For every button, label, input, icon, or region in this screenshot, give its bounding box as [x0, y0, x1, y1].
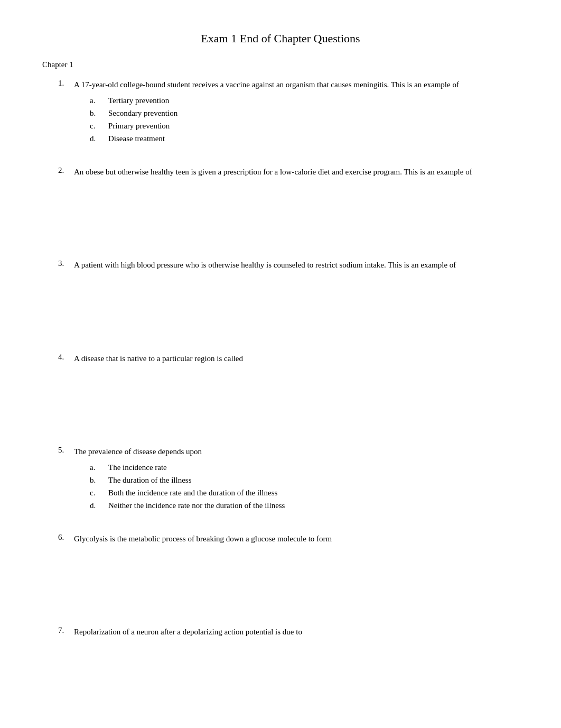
chapter-label: Chapter 1 — [42, 60, 519, 69]
answer-letter: c. — [90, 119, 108, 132]
question-content-5: The prevalence of disease depends upona.… — [74, 446, 519, 529]
answer-item-1-3: c.Primary prevention — [90, 119, 519, 132]
answer-text: Primary prevention — [108, 119, 170, 132]
question-number-4: 4. — [58, 353, 74, 442]
question-item-6: 6.Glycolysis is the metabolic process of… — [42, 533, 519, 622]
question-number-3: 3. — [58, 259, 74, 348]
question-number-5: 5. — [58, 446, 74, 529]
answer-text: Disease treatment — [108, 132, 165, 145]
answer-item-1-4: d.Disease treatment — [90, 132, 519, 145]
answer-letter: c. — [90, 486, 108, 499]
answer-text: The incidence rate — [108, 461, 167, 474]
question-text-7: Repolarization of a neuron after a depol… — [74, 626, 519, 638]
question-item-2: 2.An obese but otherwise healthy teen is… — [42, 166, 519, 255]
answer-item-1-1: a.Tertiary prevention — [90, 94, 519, 107]
question-text-4: A disease that is native to a particular… — [74, 353, 519, 365]
question-text-2: An obese but otherwise healthy teen is g… — [74, 166, 519, 178]
question-text-3: A patient with high blood pressure who i… — [74, 259, 519, 271]
question-content-1: A 17-year-old college-bound student rece… — [74, 79, 519, 162]
answer-letter: a. — [90, 94, 108, 107]
answer-letter: d. — [90, 132, 108, 145]
answer-item-5-4: d.Neither the incidence rate nor the dur… — [90, 499, 519, 512]
answer-text: Neither the incidence rate nor the durat… — [108, 499, 285, 512]
question-content-2: An obese but otherwise healthy teen is g… — [74, 166, 519, 255]
answer-spacer-3 — [74, 274, 519, 348]
answer-item-5-3: c.Both the incidence rate and the durati… — [90, 486, 519, 499]
answer-spacer-7 — [74, 641, 519, 657]
question-text-6: Glycolysis is the metabolic process of b… — [74, 533, 519, 545]
answer-letter: b. — [90, 107, 108, 119]
question-content-3: A patient with high blood pressure who i… — [74, 259, 519, 348]
answer-spacer-6 — [74, 548, 519, 622]
question-item-5: 5.The prevalence of disease depends upon… — [42, 446, 519, 529]
question-item-1: 1.A 17-year-old college-bound student re… — [42, 79, 519, 162]
question-number-2: 2. — [58, 166, 74, 255]
answer-list-5: a.The incidence rateb.The duration of th… — [90, 461, 519, 512]
answer-text: Secondary prevention — [108, 107, 177, 119]
answer-text: Tertiary prevention — [108, 94, 169, 107]
answer-spacer-4 — [74, 367, 519, 441]
answer-item-5-1: a.The incidence rate — [90, 461, 519, 474]
question-content-7: Repolarization of a neuron after a depol… — [74, 626, 519, 657]
answer-list-1: a.Tertiary preventionb.Secondary prevent… — [90, 94, 519, 145]
question-item-7: 7.Repolarization of a neuron after a dep… — [42, 626, 519, 657]
question-number-6: 6. — [58, 533, 74, 622]
question-content-4: A disease that is native to a particular… — [74, 353, 519, 442]
question-number-1: 1. — [58, 79, 74, 162]
answer-text: The duration of the illness — [108, 474, 191, 486]
answer-item-1-2: b.Secondary prevention — [90, 107, 519, 119]
question-text-1: A 17-year-old college-bound student rece… — [74, 79, 519, 91]
question-item-3: 3.A patient with high blood pressure who… — [42, 259, 519, 348]
answer-spacer-2 — [74, 181, 519, 255]
answer-letter: d. — [90, 499, 108, 512]
answer-item-5-2: b.The duration of the illness — [90, 474, 519, 486]
question-item-4: 4.A disease that is native to a particul… — [42, 353, 519, 442]
question-number-7: 7. — [58, 626, 74, 657]
answer-text: Both the incidence rate and the duration… — [108, 486, 277, 499]
answer-letter: a. — [90, 461, 108, 474]
answer-letter: b. — [90, 474, 108, 486]
questions-list: 1.A 17-year-old college-bound student re… — [42, 79, 519, 657]
question-content-6: Glycolysis is the metabolic process of b… — [74, 533, 519, 622]
page-title: Exam 1 End of Chapter Questions — [42, 32, 519, 45]
question-text-5: The prevalence of disease depends upon — [74, 446, 519, 458]
